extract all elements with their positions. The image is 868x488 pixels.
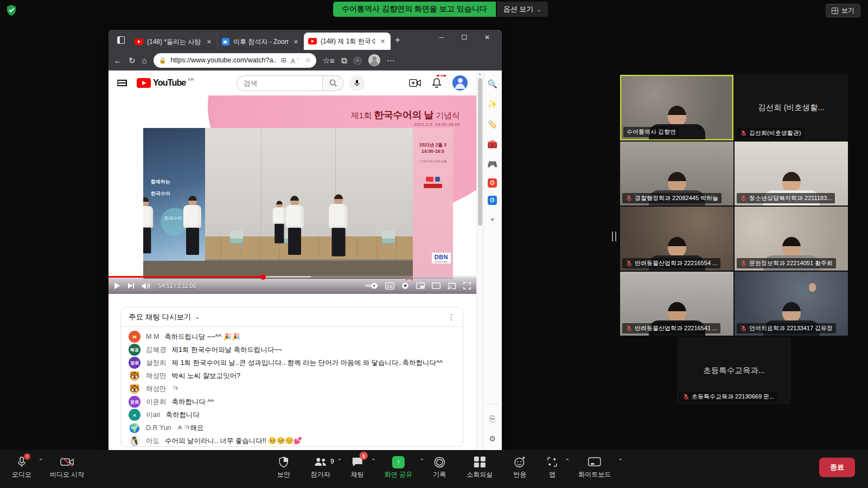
refresh-icon[interactable]: ↻ [129,56,136,65]
chat-button[interactable]: 1 채팅 ⌃ [351,455,364,479]
share-caret-icon[interactable]: ⌃ [419,458,424,465]
autoplay-toggle[interactable] [365,282,378,289]
participant-tile-interpreter[interactable]: 수어통역사 김향연 [620,75,733,140]
favorites-icon[interactable]: ☆≡ [323,56,335,65]
scroll-up-arrow-icon[interactable]: ▲ [478,72,482,75]
read-aloud-icon[interactable]: A﹚ [291,55,301,65]
collections-icon[interactable]: ⧉ [341,56,347,65]
add-favorite-icon[interactable]: ☆ [305,56,311,64]
page-scrollbar[interactable]: ▲ [476,70,483,450]
sidebar-shopping-tag-icon[interactable]: 🏷️ [487,118,499,130]
video-controls-right: HD [365,282,471,290]
hamburger-menu-icon[interactable] [117,80,127,86]
video-player[interactable]: 제1회 한국수어의 날 기념식 2021.2.3. 14:00-16:00 함께… [108,95,476,294]
chat-replay-header[interactable]: 주요 채팅 다시보기 ⌄ ⋮ [121,307,463,327]
meeting-security-shield-icon[interactable] [5,4,17,16]
home-icon[interactable]: ⌂ [142,56,147,65]
view-options-button[interactable]: 옵션 보기 ⌄ [497,2,548,17]
security-button[interactable]: 보안 [277,455,290,479]
browser-essentials-icon[interactable]: ⓔ [354,56,362,65]
theater-mode-icon[interactable] [432,282,441,289]
voice-search-icon[interactable] [349,75,365,91]
chat-menu-kebab-icon[interactable]: ⋮ [448,313,455,322]
chat-caret-icon[interactable]: ⌃ [371,458,376,465]
participant-tile[interactable]: 반려동물산업학과 22216541 ... [620,272,733,336]
profile-avatar[interactable] [368,54,380,66]
audio-button[interactable]: ! 오디오 ⌃ [12,455,31,479]
tab-close-icon[interactable]: ✕ [292,38,299,46]
chat-message: 🐯 채성만 ㅋ [121,382,463,395]
tab-youtube-2-active[interactable]: (148) 제 1회 한국수 ✕ [304,33,391,50]
share-screen-button[interactable]: ↑ 화면 공유 ⌃ [385,455,412,479]
chat-message-list[interactable]: M M M 축하드립니당 ~~^^ 🎉🎉 혜경 김혜경 제1회 한국수어의날 축… [121,327,463,447]
settings-gear-icon[interactable]: HD [401,282,409,290]
participants-button[interactable]: 9 참가자 ⌃ [311,455,330,479]
sidebar-copilot-icon[interactable]: ✨ [487,98,499,110]
next-icon[interactable] [128,282,135,289]
tab-zoom[interactable]: 이후 참석자 - Zoom ✕ [217,34,304,50]
avatar: 🐯 [129,370,141,382]
back-icon[interactable]: ← [114,56,122,65]
participant-tile[interactable]: 경찰행정학과 22082445 박하늘 [620,142,733,206]
browser-tab-strip: (148) *들리는 사람들 ✕ 이후 참석자 - Zoom ✕ (148) 제… [108,30,502,50]
scrollbar-thumb[interactable] [478,78,482,226]
volume-icon[interactable] [142,282,151,290]
sidebar-tools-icon[interactable]: 🧰 [487,138,499,150]
participant-tile[interactable]: 반려동물산업학과 22216554 ... [620,207,733,271]
play-icon[interactable] [114,282,120,290]
participants-caret-icon[interactable]: ⌃ [337,458,342,465]
notifications-bell-icon[interactable]: 9+ [432,78,442,88]
sidebar-office-icon[interactable]: O [488,178,497,188]
sidebar-search-icon[interactable]: 🔍 [487,78,499,90]
close-button[interactable]: ✕ [476,30,499,45]
url-text[interactable]: https://www.youtube.com/watch?a... [170,56,276,64]
settings-menu-icon[interactable]: ⋯ [387,56,395,65]
minimize-button[interactable]: ─ [430,30,453,45]
view-options-label: 옵션 보기 [503,4,534,14]
chat-message: a 이ari 축하합니다 [121,408,463,421]
tab-actions-icon[interactable] [114,33,128,47]
split-screen-icon[interactable]: ⊞ [281,56,286,64]
chat-badge: 1 [360,452,368,460]
lock-icon: 🔒 [159,57,167,64]
miniplayer-icon[interactable] [416,282,425,289]
whiteboard-button[interactable]: 화이트보드 ⌃ [578,455,611,479]
youtube-logo[interactable]: YouTube KR [137,78,194,88]
create-video-icon[interactable] [409,79,421,87]
tab-close-icon[interactable]: ✕ [379,38,386,45]
participant-tile[interactable]: 문헌정보학과 22214051 황주희 [735,207,848,271]
sidebar-games-icon[interactable]: 🎮 [487,158,499,170]
sidebar-add-icon[interactable]: ＋ [487,213,499,225]
breakout-rooms-button[interactable]: 소회의실 [467,455,493,479]
apps-button[interactable]: 앱 ⌃ [547,455,558,479]
whiteboard-caret-icon[interactable]: ⌃ [618,458,623,465]
start-video-button[interactable]: 비디오 시작 [50,455,84,479]
sidebar-panel-icon[interactable]: ⎘ [487,413,499,425]
participant-tile[interactable]: 청소년상담복지학과 2211183... [735,142,848,206]
apps-caret-icon[interactable]: ⌃ [565,458,570,465]
view-button[interactable]: 보기 [826,4,860,17]
fullscreen-icon[interactable] [463,282,471,290]
video-panel-drag-handle[interactable] [612,232,616,241]
maximize-button[interactable]: ☐ [453,30,476,45]
tab-close-icon[interactable]: ✕ [206,38,213,46]
sidebar-settings-gear-icon[interactable]: ⚙ [487,433,499,445]
address-bar[interactable]: 🔒 https://www.youtube.com/watch?a... ⊞ A… [154,53,316,68]
reactions-button[interactable]: 반응 [513,455,526,479]
cast-icon[interactable] [448,282,456,290]
record-button[interactable]: 기록 [433,455,446,479]
audio-caret-icon[interactable]: ⌃ [39,458,43,465]
stage-chair [230,230,243,250]
new-tab-button[interactable]: + [395,35,400,46]
end-meeting-button[interactable]: 종료 [819,458,855,477]
search-button[interactable] [322,75,344,91]
youtube-avatar[interactable] [452,75,468,91]
tab-youtube-1[interactable]: (148) *들리는 사람들 ✕ [130,34,217,50]
subtitles-icon[interactable] [385,282,394,290]
notification-badge: 9+ [437,75,446,76]
sidebar-outlook-icon[interactable]: O [488,196,497,205]
search-input[interactable] [244,79,316,87]
participant-tile[interactable]: 김선희 (비호생활... 김선희(비호생활관) [735,75,848,140]
participant-tile[interactable]: 언어치료학과 22133417 김유정 [735,272,848,336]
participant-tile[interactable]: 초등특수교육과... 초등특수교육과 22130669 문... [677,337,791,404]
